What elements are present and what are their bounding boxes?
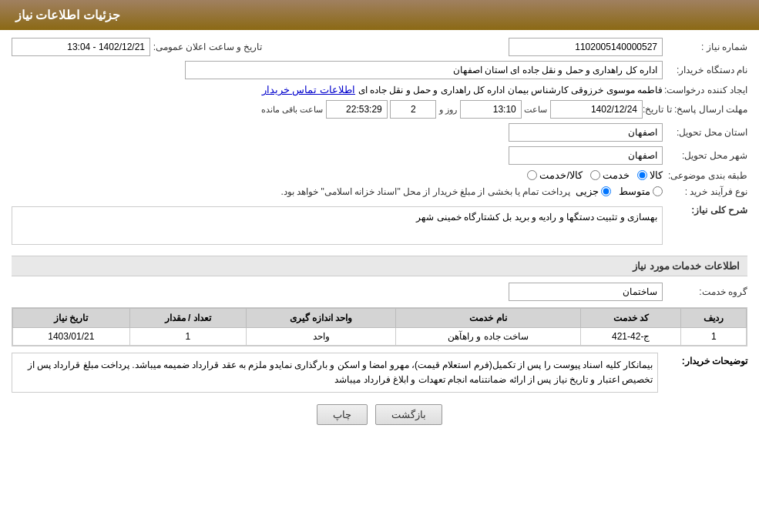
province-label: استان محل تحویل: — [663, 127, 747, 138]
service-group-label: گروه خدمت: — [663, 286, 747, 297]
city-input[interactable] — [509, 146, 663, 165]
announcement-date-input[interactable] — [12, 38, 150, 56]
purchase-jazyi-radio[interactable] — [601, 186, 611, 196]
reply-date-input[interactable] — [550, 100, 643, 119]
announcement-date-label: تاریخ و ساعت اعلان عمومی: — [153, 42, 263, 52]
requester-value: فاطمه موسوی خرزوقی کارشناس بیمان اداره ک… — [358, 85, 663, 95]
city-row: شهر محل تحویل: — [12, 146, 747, 165]
col-quantity: تعداد / مقدار — [129, 309, 246, 328]
reply-deadline-label: مهلت ارسال پاسخ: تا تاریخ: — [643, 104, 747, 115]
col-service-code: کد خدمت — [580, 309, 681, 328]
reply-time-label: ساعت — [524, 105, 547, 115]
category-khadamat-radio[interactable] — [590, 170, 600, 180]
buyer-notes-row: توضیحات خریدار: بیمانکار کلیه اسناد پیوس… — [12, 353, 747, 393]
service-info-title: اطلاعات خدمات مورد نیاز — [12, 256, 747, 276]
province-input[interactable] — [509, 123, 663, 142]
category-row: طبقه بندی موضوعی: کالا/خدمت خدمت کالا — [12, 169, 747, 181]
reply-days-input[interactable] — [390, 100, 436, 119]
buyer-notes-box: بیمانکار کلیه اسناد پیوست را پس از تکمیل… — [12, 353, 658, 393]
cell-service-name: ساخت جاده و راهآهن — [396, 328, 581, 346]
cell-unit: واحد — [247, 328, 396, 346]
province-row: استان محل تحویل: — [12, 123, 747, 142]
purchase-motevaset-radio[interactable] — [653, 186, 663, 196]
table-header-row: ردیف کد خدمت نام خدمت واحد اندازه گیری ت… — [13, 309, 747, 328]
reply-deadline-row: مهلت ارسال پاسخ: تا تاریخ: ساعت روز و سا… — [12, 100, 747, 119]
service-table-container: ردیف کد خدمت نام خدمت واحد اندازه گیری ت… — [12, 307, 747, 346]
page-header: جزئیات اطلاعات نیاز — [0, 0, 759, 30]
cell-service-code: ج-42-421 — [580, 328, 681, 346]
buyer-notes-label: توضیحات خریدار: — [663, 353, 747, 366]
cell-row-num: 1 — [681, 328, 747, 346]
requester-row: ایجاد کننده درخواست: فاطمه موسوی خرزوقی … — [12, 84, 747, 95]
col-service-name: نام خدمت — [396, 309, 581, 328]
purchase-motevaset-label: متوسط — [619, 186, 650, 197]
col-unit: واحد اندازه گیری — [247, 309, 396, 328]
col-need-date: تاریخ نیاز — [13, 309, 130, 328]
category-kala-khadamat-item[interactable]: کالا/خدمت — [527, 169, 583, 181]
print-button[interactable]: چاپ — [317, 404, 368, 425]
buyer-org-label: نام دستگاه خریدار: — [663, 65, 747, 75]
service-table: ردیف کد خدمت نام خدمت واحد اندازه گیری ت… — [12, 308, 747, 346]
service-group-row: گروه خدمت: — [12, 283, 747, 301]
reply-remaining-input[interactable] — [326, 100, 388, 119]
need-description-box: بهسازی و تثبیت دستگها و رادیه و برید بل … — [12, 206, 663, 245]
category-kala-khadamat-radio[interactable] — [527, 170, 537, 180]
back-button[interactable]: بازگشت — [375, 404, 442, 425]
category-khadamat-item[interactable]: خدمت — [590, 169, 630, 181]
need-description-row: شرح کلی نیاز: بهسازی و تثبیت دستگها و را… — [12, 202, 747, 249]
buyer-org-row: نام دستگاه خریدار: — [12, 61, 747, 79]
contact-link[interactable]: اطلاعات تماس خریدار — [262, 84, 355, 95]
purchase-jazyi-label: جزیی — [576, 186, 599, 197]
category-kala-khadamat-label: کالا/خدمت — [539, 169, 583, 181]
requester-label: ایجاد کننده درخواست: — [663, 85, 747, 95]
category-kala-label: کالا — [650, 169, 663, 181]
category-label: طبقه بندی موضوعی: — [663, 170, 747, 181]
button-row: بازگشت چاپ — [12, 404, 747, 425]
purchase-type-note: پرداخت تمام یا بخشی از مبلغ خریدار از مح… — [281, 186, 570, 197]
buyer-notes-text: بیمانکار کلیه اسناد پیوست را پس از تکمیل… — [28, 360, 653, 385]
page-wrapper: جزئیات اطلاعات نیاز شماره نیاز : تاریخ و… — [0, 0, 759, 532]
cell-quantity: 1 — [129, 328, 246, 346]
purchase-type-row: نوع فرآیند خرید : متوسط جزیی پرداخت تمام… — [12, 186, 747, 197]
page-title: جزئیات اطلاعات نیاز — [15, 8, 120, 22]
purchase-type-label: نوع فرآیند خرید : — [663, 186, 747, 197]
need-number-label: شماره نیاز : — [663, 42, 747, 52]
need-number-input[interactable] — [509, 38, 663, 56]
category-radio-group: کالا/خدمت خدمت کالا — [527, 169, 663, 181]
category-kala-item[interactable]: کالا — [637, 169, 663, 181]
purchase-jazyi-item[interactable]: جزیی — [576, 186, 611, 197]
reply-day-label: روز و — [439, 105, 457, 115]
service-group-input[interactable] — [509, 283, 663, 301]
cell-need-date: 1403/01/21 — [13, 328, 130, 346]
need-number-row: شماره نیاز : تاریخ و ساعت اعلان عمومی: — [12, 38, 747, 56]
category-kala-radio[interactable] — [637, 170, 647, 180]
reply-remaining-label: ساعت باقی مانده — [261, 105, 323, 115]
buyer-org-input[interactable] — [185, 61, 663, 79]
reply-time-input[interactable] — [460, 100, 522, 119]
table-row: 1 ج-42-421 ساخت جاده و راهآهن واحد 1 140… — [13, 328, 747, 346]
city-label: شهر محل تحویل: — [663, 150, 747, 161]
purchase-type-radio-group: متوسط جزیی — [576, 186, 663, 197]
need-description-text: بهسازی و تثبیت دستگها و رادیه و برید بل … — [416, 212, 657, 223]
category-khadamat-label: خدمت — [603, 169, 630, 181]
col-row-num: ردیف — [681, 309, 747, 328]
main-content: شماره نیاز : تاریخ و ساعت اعلان عمومی: ن… — [0, 30, 759, 440]
need-description-label: شرح کلی نیاز: — [663, 202, 747, 216]
purchase-motevaset-item[interactable]: متوسط — [619, 186, 663, 197]
